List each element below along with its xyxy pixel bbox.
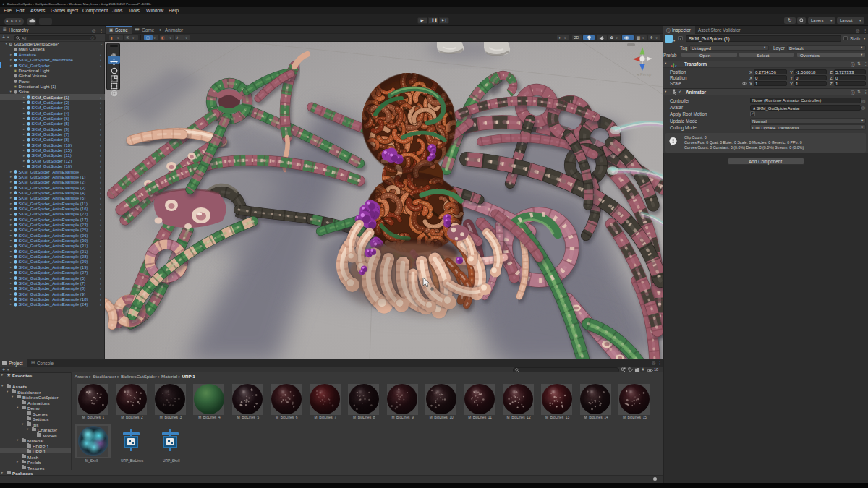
svg-text:◂ Persp: ◂ Persp bbox=[637, 72, 652, 76]
